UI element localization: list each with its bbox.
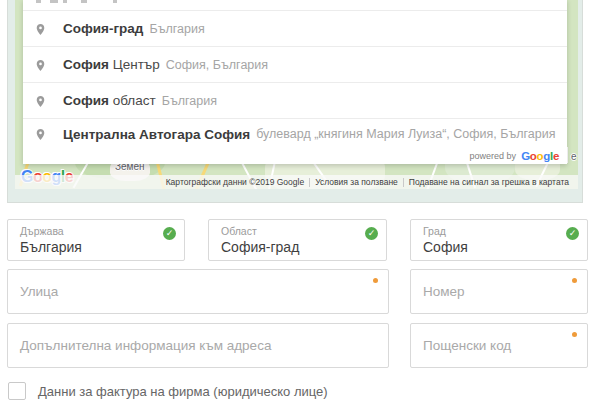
city-field[interactable]: Град София ✓ <box>410 219 588 261</box>
required-dot-icon <box>373 278 378 283</box>
map-attribution: Картографски данни ©2019 Google Условия … <box>15 175 578 189</box>
glyph-fragment <box>81 0 87 3</box>
place-secondary-text: булевард „княгиня Мария Луиза“, София, Б… <box>256 127 555 141</box>
city-label: Град <box>423 225 446 237</box>
street-placeholder: Улица <box>20 284 58 299</box>
glyph-fragment <box>113 0 117 3</box>
place-pin-icon <box>34 93 47 114</box>
place-pin-icon <box>34 21 47 42</box>
invoice-checkbox[interactable] <box>8 382 26 400</box>
place-main-text: София <box>63 93 109 108</box>
autocomplete-item-cutoff[interactable] <box>23 0 567 11</box>
glyph-fragment <box>36 0 41 3</box>
zip-input[interactable]: Пощенски код <box>410 323 588 368</box>
checkout-address-page: Босилеград Земен Пана е B2 A1 Google Кар… <box>0 0 600 400</box>
number-input[interactable]: Номер <box>410 269 588 314</box>
country-field[interactable]: Държава България ✓ <box>7 219 185 261</box>
extra-info-placeholder: Допълнителна информация към адреса <box>20 338 271 353</box>
place-pin-icon <box>34 126 47 147</box>
google-logo-small: Google <box>521 150 559 162</box>
country-label: Държава <box>20 225 64 237</box>
place-main-text: София-град <box>63 21 143 36</box>
map-label-town-fragment: е <box>571 151 577 162</box>
valid-check-icon: ✓ <box>365 227 378 240</box>
place-main-text: София <box>63 57 109 72</box>
region-value: София-град <box>221 239 299 255</box>
place-pin-icon <box>34 57 47 78</box>
required-dot-icon <box>572 278 577 283</box>
autocomplete-item[interactable]: София област България <box>23 83 567 119</box>
number-placeholder: Номер <box>423 284 465 299</box>
powered-by-label: powered by <box>470 151 517 161</box>
autocomplete-item[interactable]: Централна Автогара София булевард „княги… <box>23 119 567 149</box>
autocomplete-item[interactable]: София-град България <box>23 11 567 47</box>
map-copyright-text: Картографски данни ©2019 Google <box>161 177 310 187</box>
extra-info-input[interactable]: Допълнителна информация към адреса <box>7 323 389 368</box>
map-panel: Босилеград Земен Пана е B2 A1 Google Кар… <box>7 0 583 203</box>
street-input[interactable]: Улица <box>7 269 389 314</box>
place-secondary-text: България <box>149 22 204 36</box>
region-field[interactable]: Област София-град ✓ <box>208 219 387 261</box>
invoice-checkbox-label: Данни за фактура на фирма (юридическо ли… <box>38 384 328 399</box>
glyph-fragment <box>63 0 67 3</box>
zip-placeholder: Пощенски код <box>423 338 511 353</box>
valid-check-icon: ✓ <box>566 227 579 240</box>
map-report-error-link[interactable]: Подаване на сигнал за грешка в картата <box>404 177 574 187</box>
country-value: България <box>20 239 82 255</box>
region-label: Област <box>221 225 257 237</box>
glyph-fragment <box>50 0 58 3</box>
required-dot-icon <box>572 332 577 337</box>
place-main-text: Централна Автогара София <box>63 127 250 142</box>
invoice-checkbox-row: Данни за фактура на фирма (юридическо ли… <box>8 382 328 400</box>
place-main-rest: област <box>109 93 156 108</box>
place-secondary-text: България <box>162 94 217 108</box>
city-value: София <box>423 239 468 255</box>
place-main-rest: Център <box>109 57 160 72</box>
places-autocomplete-dropdown: София-град България София Център София, … <box>23 0 567 164</box>
autocomplete-item[interactable]: София Център София, България <box>23 47 567 83</box>
place-secondary-text: София, България <box>166 58 268 72</box>
powered-by-google: powered by Google <box>23 149 567 164</box>
valid-check-icon: ✓ <box>163 227 176 240</box>
map-terms-link[interactable]: Условия за ползване <box>310 177 403 187</box>
